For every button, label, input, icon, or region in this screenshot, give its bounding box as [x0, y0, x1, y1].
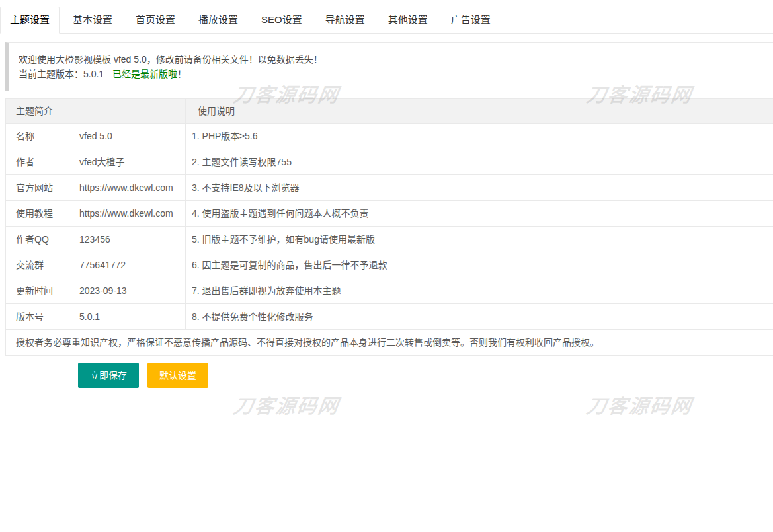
row-note: 4. 使用盗版主题遇到任何问题本人概不负责: [186, 201, 773, 227]
row-value: https://www.dkewl.com: [69, 201, 186, 227]
table-row: 更新时间 2023-09-13 7. 退出售后群即视为放弃使用本主题: [6, 278, 773, 304]
table-row: 作者 vfed大橙子 2. 主题文件读写权限755: [6, 149, 773, 175]
tab-list: 主题设置 基本设置 首页设置 播放设置 SEO设置 导航设置 其他设置 广告设置: [0, 7, 773, 33]
latest-version-badge: 已经是最新版啦: [112, 69, 177, 79]
save-button[interactable]: 立即保存: [78, 363, 139, 388]
header-theme-intro: 主题简介: [6, 99, 186, 124]
table-row: 使用教程 https://www.dkewl.com 4. 使用盗版主题遇到任何…: [6, 201, 773, 227]
notice-line-welcome: 欢迎使用大橙影视模板 vfed 5.0，修改前请备份相关文件！以免数据丢失！: [19, 52, 764, 67]
row-value: 2023-09-13: [69, 278, 186, 304]
row-value: vfed 5.0: [69, 124, 186, 149]
row-note: 5. 旧版主题不予维护，如有bug请使用最新版: [186, 227, 773, 252]
row-value: vfed大橙子: [69, 149, 186, 175]
license-text: 授权者务必尊重知识产权，严格保证不恶意传播产品源码、不得直接对授权的产品本身进行…: [6, 330, 773, 356]
theme-settings-page: { "tabs": { "items": [ { "label": "主题设置"…: [0, 0, 773, 532]
row-label: 更新时间: [6, 278, 69, 304]
watermark-bottom-left: 刀客源码网: [232, 397, 341, 416]
action-button-row: 立即保存 默认设置: [78, 363, 773, 388]
row-note: 1. PHP版本≥5.6: [186, 124, 773, 149]
table-row: 官方网站 https://www.dkewl.com 3. 不支持IE8及以下浏…: [6, 175, 773, 201]
settings-tab-bar: 主题设置 基本设置 首页设置 播放设置 SEO设置 导航设置 其他设置 广告设置: [0, 7, 773, 34]
row-label: 作者QQ: [6, 227, 69, 252]
row-value: https://www.dkewl.com: [69, 175, 186, 201]
tab-nav-settings[interactable]: 导航设置: [315, 7, 375, 33]
tab-theme-settings[interactable]: 主题设置: [0, 7, 60, 33]
header-usage-notes: 使用说明: [186, 99, 773, 124]
row-note: 2. 主题文件读写权限755: [186, 149, 773, 175]
notice-line-version: 当前主题版本：5.0.1 已经是最新版啦！: [19, 67, 764, 81]
row-label: 官方网站: [6, 175, 69, 201]
row-value: 775641772: [69, 252, 186, 278]
row-label: 使用教程: [6, 201, 69, 227]
tab-basic-settings[interactable]: 基本设置: [63, 7, 122, 33]
tab-seo-settings[interactable]: SEO设置: [251, 7, 312, 33]
tab-home-settings[interactable]: 首页设置: [126, 7, 185, 33]
version-exclamation: ！: [177, 69, 186, 79]
table-row: 版本号 5.0.1 8. 不提供免费个性化修改服务: [6, 304, 773, 330]
row-label: 交流群: [6, 252, 69, 278]
tab-play-settings[interactable]: 播放设置: [188, 7, 248, 33]
row-note: 6. 因主题是可复制的商品，售出后一律不予退款: [186, 252, 773, 278]
row-label: 作者: [6, 149, 69, 175]
license-row: 授权者务必尊重知识产权，严格保证不恶意传播产品源码、不得直接对授权的产品本身进行…: [6, 330, 773, 356]
row-value: 123456: [69, 227, 186, 252]
row-value: 5.0.1: [69, 304, 186, 330]
row-label: 名称: [6, 124, 69, 149]
table-row: 交流群 775641772 6. 因主题是可复制的商品，售出后一律不予退款: [6, 252, 773, 278]
current-version-text: 当前主题版本：5.0.1: [19, 69, 104, 79]
welcome-notice: 欢迎使用大橙影视模板 vfed 5.0，修改前请备份相关文件！以免数据丢失！ 当…: [5, 42, 773, 91]
default-settings-button[interactable]: 默认设置: [147, 363, 208, 388]
watermark-bottom-right: 刀客源码网: [585, 397, 694, 416]
row-label: 版本号: [6, 304, 69, 330]
row-note: 7. 退出售后群即视为放弃使用本主题: [186, 278, 773, 304]
table-row: 作者QQ 123456 5. 旧版主题不予维护，如有bug请使用最新版: [6, 227, 773, 252]
row-note: 8. 不提供免费个性化修改服务: [186, 304, 773, 330]
row-note: 3. 不支持IE8及以下浏览器: [186, 175, 773, 201]
tab-other-settings[interactable]: 其他设置: [378, 7, 438, 33]
table-row: 名称 vfed 5.0 1. PHP版本≥5.6: [6, 124, 773, 149]
tab-ad-settings[interactable]: 广告设置: [441, 7, 501, 33]
theme-info-table: 主题简介 使用说明 名称 vfed 5.0 1. PHP版本≥5.6 作者 vf…: [5, 98, 773, 356]
table-header-row: 主题简介 使用说明: [6, 99, 773, 124]
